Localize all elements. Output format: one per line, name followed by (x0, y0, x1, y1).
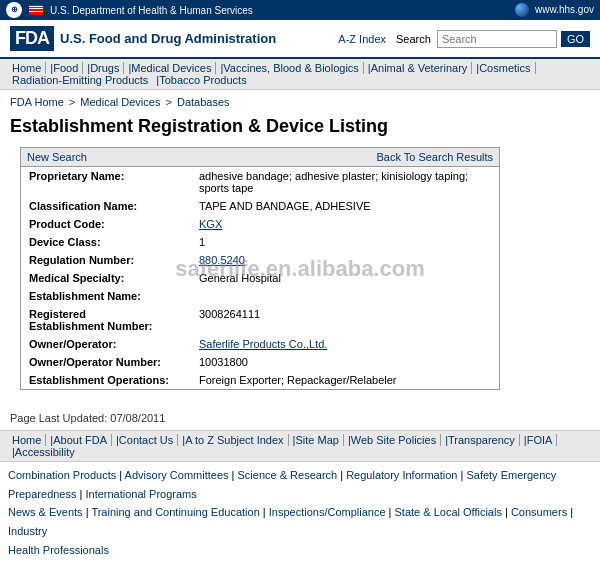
breadcrumb-fda-home[interactable]: FDA Home (10, 96, 64, 108)
device-class-label: Device Class: (21, 233, 191, 251)
breadcrumb-sep2: > (166, 96, 175, 108)
footer-science[interactable]: Science & Research (238, 469, 338, 481)
footer-nav-about[interactable]: |About FDA (46, 434, 112, 446)
gov-bar: ⊕ U.S. Department of Health & Human Serv… (0, 0, 600, 20)
device-class-value: 1 (191, 233, 499, 251)
owner-operator-value: Saferlife Products Co.,Ltd. (191, 335, 499, 353)
nav-bar: Home |Food |Drugs |Medical Devices |Vacc… (0, 59, 600, 90)
breadcrumb-databases[interactable]: Databases (177, 96, 230, 108)
table-row: RegisteredEstablishment Number: 30082641… (21, 305, 499, 335)
content-wrapper: saferlife.en.alibaba.com New Search Back… (10, 147, 590, 390)
back-to-results-link[interactable]: Back To Search Results (376, 151, 493, 163)
proprietary-name-label: Proprietary Name: (21, 167, 191, 197)
last-updated: Page Last Updated: 07/08/2011 (0, 400, 600, 430)
globe-icon (515, 3, 529, 17)
footer-nav-accessibility[interactable]: |Accessibility (8, 446, 79, 458)
footer-nav-az[interactable]: |A to Z Subject Index (178, 434, 288, 446)
medical-specialty-value: General Hospital (191, 269, 499, 287)
table-row: Medical Specialty: General Hospital (21, 269, 499, 287)
table-row: Establishment Name: (21, 287, 499, 305)
footer-health-professionals[interactable]: Health Professionals (8, 544, 109, 556)
us-flag-icon (29, 5, 43, 15)
footer-safety[interactable]: Safety (466, 469, 497, 481)
footer-nav-policies[interactable]: |Web Site Policies (344, 434, 441, 446)
fda-header: FDA U.S. Food and Drug Administration A-… (0, 20, 600, 59)
owner-operator-number-label: Owner/Operator Number: (21, 353, 191, 371)
gov-bar-left: ⊕ U.S. Department of Health & Human Serv… (6, 2, 253, 18)
table-row: Owner/Operator Number: 10031800 (21, 353, 499, 371)
footer-nav: Home |About FDA |Contact Us |A to Z Subj… (0, 430, 600, 462)
breadcrumb-sep1: > (69, 96, 78, 108)
main-table: New Search Back To Search Results Propri… (20, 147, 500, 390)
search-input[interactable] (437, 30, 557, 48)
footer-consumers[interactable]: Consumers (511, 506, 567, 518)
owner-operator-number-value: 10031800 (191, 353, 499, 371)
nav-radiation: Radiation-Emitting Products (8, 74, 152, 86)
fda-logo-area: FDA U.S. Food and Drug Administration (10, 26, 276, 51)
nav-drugs[interactable]: |Drugs (83, 62, 124, 74)
gov-bar-text: U.S. Department of Health & Human Servic… (50, 5, 253, 16)
fda-badge: FDA (10, 26, 54, 51)
footer-state[interactable]: State & Local Officials (395, 506, 502, 518)
page-content: Establishment Registration & Device List… (0, 110, 600, 400)
regulation-number-value: 880.5240 (191, 251, 499, 269)
footer-nav-contact[interactable]: |Contact Us (112, 434, 178, 446)
regulation-number-link[interactable]: 880.5240 (199, 254, 245, 266)
classification-name-value: TAPE AND BANDAGE, ADHESIVE (191, 197, 499, 215)
fda-search-area: A-Z Index Search GO (338, 30, 590, 48)
info-table: Proprietary Name: adhesive bandage; adhe… (21, 167, 499, 389)
establishment-name-value (191, 287, 499, 305)
footer-combination[interactable]: Combination Products (8, 469, 116, 481)
breadcrumb: FDA Home > Medical Devices > Databases (0, 90, 600, 110)
breadcrumb-medical-devices[interactable]: Medical Devices (80, 96, 160, 108)
nav-food[interactable]: |Food (46, 62, 83, 74)
medical-specialty-label: Medical Specialty: (21, 269, 191, 287)
footer-nav-foia[interactable]: |FOIA (520, 434, 558, 446)
footer-training[interactable]: Training and Continuing Education (91, 506, 259, 518)
footer-international[interactable]: International Programs (85, 488, 196, 500)
owner-operator-link[interactable]: Saferlife Products Co.,Ltd. (199, 338, 327, 350)
page-title: Establishment Registration & Device List… (10, 116, 590, 137)
footer-nav-sitemap[interactable]: |Site Map (289, 434, 344, 446)
nav-medical-devices[interactable]: |Medical Devices (124, 62, 216, 74)
establishment-operations-value: Foreign Exporter; Repackager/Relabeler (191, 371, 499, 389)
nav-tobacco[interactable]: |Tobacco Products (152, 74, 250, 86)
establishment-operations-label: Establishment Operations: (21, 371, 191, 389)
footer-news[interactable]: News & Events (8, 506, 83, 518)
footer-links: Combination Products | Advisory Committe… (0, 462, 600, 563)
product-code-link[interactable]: KGX (199, 218, 222, 230)
registered-establishment-label: RegisteredEstablishment Number: (21, 305, 191, 335)
footer-inspections[interactable]: Inspections/Compliance (269, 506, 386, 518)
nav-home[interactable]: Home (8, 62, 46, 74)
footer-advisory[interactable]: Advisory Committees (125, 469, 229, 481)
hhs-url: www.hhs.gov (535, 4, 594, 15)
table-row: Classification Name: TAPE AND BANDAGE, A… (21, 197, 499, 215)
search-button[interactable]: GO (561, 31, 590, 47)
footer-industry[interactable]: Industry (8, 525, 47, 537)
gov-bar-right: www.hhs.gov (515, 3, 594, 17)
table-row: Product Code: KGX (21, 215, 499, 233)
az-index-link[interactable]: A-Z Index (338, 33, 386, 45)
product-code-value: KGX (191, 215, 499, 233)
product-code-label: Product Code: (21, 215, 191, 233)
regulation-number-label: Regulation Number: (21, 251, 191, 269)
nav-animal[interactable]: |Animal & Veterinary (364, 62, 472, 74)
footer-nav-transparency[interactable]: |Transparency (441, 434, 520, 446)
table-row: Proprietary Name: adhesive bandage; adhe… (21, 167, 499, 197)
new-search-link[interactable]: New Search (27, 151, 87, 163)
table-row: Regulation Number: 880.5240 (21, 251, 499, 269)
proprietary-name-value: adhesive bandage; adhesive plaster; kini… (191, 167, 499, 197)
table-toolbar: New Search Back To Search Results (21, 148, 499, 167)
footer-regulatory[interactable]: Regulatory Information (346, 469, 457, 481)
establishment-name-label: Establishment Name: (21, 287, 191, 305)
registered-establishment-value: 3008264111 (191, 305, 499, 335)
fda-title: U.S. Food and Drug Administration (60, 31, 276, 46)
nav-vaccines[interactable]: |Vaccines, Blood & Biologics (216, 62, 363, 74)
table-row: Device Class: 1 (21, 233, 499, 251)
owner-operator-label: Owner/Operator: (21, 335, 191, 353)
nav-cosmetics[interactable]: |Cosmetics (472, 62, 535, 74)
search-label: Search (396, 33, 431, 45)
footer-nav-home[interactable]: Home (8, 434, 46, 446)
classification-name-label: Classification Name: (21, 197, 191, 215)
hhs-icon: ⊕ (6, 2, 22, 18)
